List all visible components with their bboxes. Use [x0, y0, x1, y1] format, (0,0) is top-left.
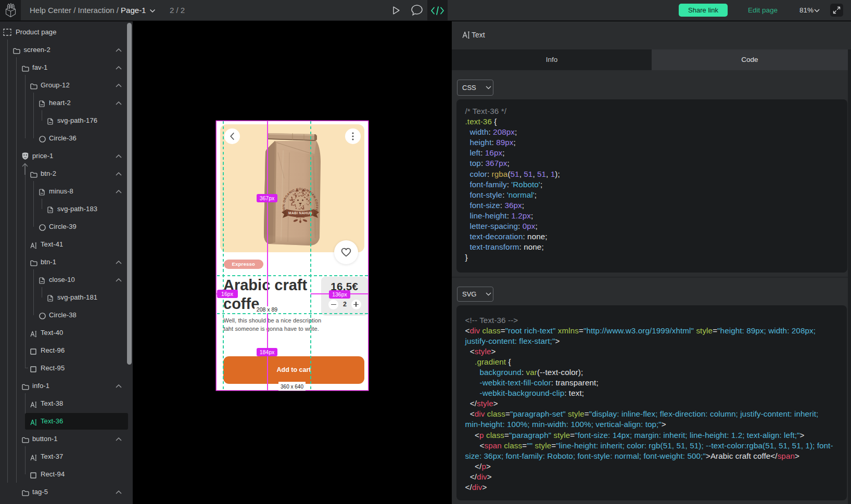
svg-text:MABI NAHUB: MABI NAHUB	[288, 211, 312, 215]
